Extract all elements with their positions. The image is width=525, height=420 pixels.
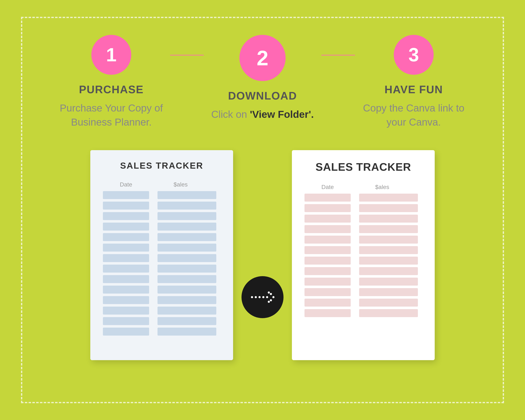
cell-sales bbox=[158, 223, 216, 231]
tracker-rows-right bbox=[304, 194, 422, 317]
cell-sales bbox=[158, 243, 216, 252]
tracker-table-left: Date $ales bbox=[103, 181, 221, 336]
cell-date bbox=[103, 191, 149, 199]
col-date-label-left: Date bbox=[103, 181, 149, 188]
svg-point-9 bbox=[268, 301, 270, 303]
table-row bbox=[103, 212, 221, 220]
cell-sales bbox=[359, 204, 418, 212]
table-row bbox=[304, 267, 422, 275]
table-row bbox=[103, 191, 221, 199]
connector-line-1 bbox=[170, 55, 204, 56]
table-row bbox=[304, 215, 422, 223]
cell-date bbox=[304, 299, 351, 307]
step-3-circle: 3 bbox=[394, 35, 434, 75]
step-2-desc-prefix: Click on bbox=[211, 109, 250, 120]
cell-date bbox=[304, 204, 351, 212]
table-row bbox=[103, 296, 221, 304]
svg-point-2 bbox=[259, 296, 261, 298]
table-row bbox=[304, 225, 422, 233]
cell-sales bbox=[158, 233, 216, 241]
table-row bbox=[304, 257, 422, 265]
connector-line-2 bbox=[321, 55, 355, 56]
cell-date bbox=[304, 309, 351, 317]
tracker-header-left: Date $ales bbox=[103, 181, 221, 188]
table-row bbox=[103, 275, 221, 283]
step-2: 2 DOWNLOAD Click on 'View Folder'. bbox=[204, 35, 321, 121]
cell-date bbox=[103, 265, 149, 273]
cell-sales bbox=[158, 307, 216, 315]
step-2-number: 2 bbox=[257, 46, 268, 70]
table-row bbox=[103, 286, 221, 294]
cell-date bbox=[103, 233, 149, 241]
card-left: SALES TRACKER Date $ales bbox=[90, 150, 233, 360]
cell-sales bbox=[359, 288, 418, 296]
table-row bbox=[103, 254, 221, 262]
steps-row: 1 PURCHASE Purchase Your Copy of Busines… bbox=[35, 35, 490, 129]
step-1-circle: 1 bbox=[91, 35, 131, 75]
table-row bbox=[103, 223, 221, 231]
cell-sales bbox=[158, 254, 216, 262]
svg-point-6 bbox=[270, 299, 272, 301]
cell-date bbox=[103, 317, 149, 325]
connector-1-2 bbox=[170, 55, 204, 56]
cell-date bbox=[103, 328, 149, 336]
cell-sales bbox=[359, 257, 418, 265]
cell-date bbox=[304, 215, 351, 223]
table-row bbox=[304, 299, 422, 307]
cell-date bbox=[103, 296, 149, 304]
cell-date bbox=[103, 275, 149, 283]
step-2-circle: 2 bbox=[239, 35, 286, 81]
step-2-label: DOWNLOAD bbox=[228, 89, 297, 102]
tracker-table-right: Date $ales bbox=[304, 184, 422, 317]
svg-point-3 bbox=[262, 296, 264, 298]
main-container: 1 PURCHASE Purchase Your Copy of Busines… bbox=[21, 17, 504, 403]
card-right-title: Sales Tracker bbox=[315, 161, 411, 173]
cell-date bbox=[304, 257, 351, 265]
table-row bbox=[103, 265, 221, 273]
table-row bbox=[304, 246, 422, 254]
tracker-header-right: Date $ales bbox=[304, 184, 422, 190]
cell-sales bbox=[158, 317, 216, 325]
cell-date bbox=[304, 225, 351, 233]
table-row bbox=[103, 202, 221, 210]
cards-row: SALES TRACKER Date $ales bbox=[35, 150, 490, 360]
cell-sales bbox=[359, 194, 418, 202]
cell-sales bbox=[359, 236, 418, 243]
cell-date bbox=[304, 278, 351, 286]
table-row bbox=[103, 328, 221, 336]
col-sales-label-left: $ales bbox=[158, 181, 204, 188]
cell-sales bbox=[359, 267, 418, 275]
tracker-rows-left bbox=[103, 191, 221, 336]
table-row bbox=[304, 309, 422, 317]
cell-date bbox=[103, 254, 149, 262]
table-row bbox=[304, 288, 422, 296]
cell-sales bbox=[158, 265, 216, 273]
cell-sales bbox=[158, 328, 216, 336]
step-3: 3 HAVE FUN Copy the Canva link to your C… bbox=[355, 35, 472, 129]
table-row bbox=[103, 233, 221, 241]
step-3-label: HAVE FUN bbox=[384, 83, 443, 96]
cell-sales bbox=[359, 225, 418, 233]
step-1-desc: Purchase Your Copy of Business Planner. bbox=[53, 101, 170, 129]
arrow-circle bbox=[242, 276, 283, 318]
col-sales-label-right: $ales bbox=[359, 184, 405, 190]
svg-point-1 bbox=[255, 296, 257, 298]
cell-date bbox=[103, 307, 149, 315]
step-1-label: PURCHASE bbox=[79, 83, 144, 96]
cell-sales bbox=[158, 212, 216, 220]
table-row bbox=[103, 243, 221, 252]
cell-sales bbox=[158, 275, 216, 283]
step-2-desc: Click on 'View Folder'. bbox=[211, 107, 314, 121]
table-row bbox=[103, 317, 221, 325]
svg-point-4 bbox=[266, 296, 268, 298]
table-row bbox=[304, 278, 422, 286]
table-row bbox=[304, 194, 422, 202]
cell-sales bbox=[359, 278, 418, 286]
cell-date bbox=[304, 246, 351, 254]
step-1-number: 1 bbox=[106, 44, 117, 66]
step-3-desc: Copy the Canva link to your Canva. bbox=[355, 101, 472, 129]
step-1: 1 PURCHASE Purchase Your Copy of Busines… bbox=[53, 35, 170, 129]
cell-date bbox=[103, 286, 149, 294]
card-right: Sales Tracker Date $ales bbox=[292, 150, 435, 360]
svg-point-5 bbox=[270, 293, 272, 295]
